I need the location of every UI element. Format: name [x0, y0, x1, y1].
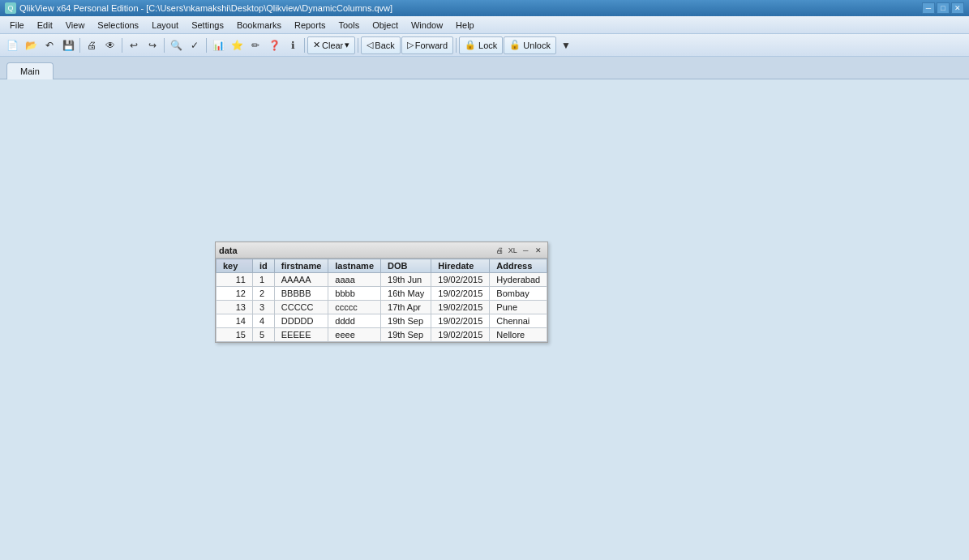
open-button[interactable]: 📂	[22, 36, 40, 54]
toolbar-group-undo: ↩ ↪	[125, 36, 161, 54]
menu-window[interactable]: Window	[405, 19, 449, 32]
clear-button[interactable]: ✕ Clear ▾	[307, 36, 355, 54]
table-cell-1-6: Bombay	[490, 287, 547, 301]
table-cell-2-6: Pune	[490, 301, 547, 314]
undo-button[interactable]: ↶	[41, 36, 58, 54]
app-icon: Q	[5, 2, 16, 14]
data-table: key id firstname lastname DOB Hiredate A…	[216, 259, 547, 342]
table-cell-0-1: 1	[253, 273, 275, 287]
edit-button[interactable]: ✏	[247, 36, 264, 54]
forward-button[interactable]: ▷ Forward	[401, 36, 453, 54]
menu-selections[interactable]: Selections	[91, 19, 145, 32]
help-button[interactable]: ❓	[265, 36, 283, 54]
back-icon: ◁	[367, 40, 373, 50]
clear-label: Clear	[322, 41, 343, 50]
table-row: 144DDDDDdddd19th Sep19/02/2015Chennai	[217, 314, 547, 328]
toolbar-group-chart: 📊 ⭐ ✏ ❓ ℹ	[209, 36, 302, 54]
toolbar-sep-4	[206, 38, 207, 53]
main-content: data 🖨 XL ─ ✕ key id firstname lastname …	[0, 79, 969, 560]
widget-close-button[interactable]: ✕	[533, 246, 544, 255]
new-button[interactable]: 📄	[3, 36, 21, 54]
star-button[interactable]: ⭐	[228, 36, 246, 54]
redo-step-button[interactable]: ↪	[144, 36, 161, 54]
table-cell-1-2: BBBBB	[274, 287, 328, 301]
table-cell-3-0: 14	[217, 314, 253, 328]
lock-button[interactable]: 🔒 Lock	[459, 36, 503, 54]
menu-help[interactable]: Help	[449, 19, 481, 32]
menu-edit[interactable]: Edit	[31, 19, 59, 32]
table-cell-4-5: 19/02/2015	[431, 328, 490, 342]
unlock-label: Unlock	[523, 41, 551, 50]
save-button[interactable]: 💾	[59, 36, 77, 54]
data-widget: data 🖨 XL ─ ✕ key id firstname lastname …	[215, 242, 548, 343]
table-cell-3-2: DDDDD	[274, 314, 328, 328]
menu-reports[interactable]: Reports	[288, 19, 332, 32]
widget-xl-button[interactable]: XL	[507, 246, 518, 255]
col-header-id: id	[253, 259, 275, 273]
menu-settings[interactable]: Settings	[185, 19, 230, 32]
table-cell-0-0: 11	[217, 273, 253, 287]
table-cell-0-3: aaaa	[328, 273, 381, 287]
col-header-key: key	[217, 259, 253, 273]
toolbar-sep-3	[164, 38, 165, 53]
check-button[interactable]: ✓	[186, 36, 204, 54]
toolbar-sep-2	[122, 38, 122, 53]
table-cell-2-3: ccccc	[328, 301, 381, 314]
print-button[interactable]: 🖨	[83, 36, 101, 54]
tab-bar: Main	[0, 57, 969, 79]
menu-layout[interactable]: Layout	[145, 19, 185, 32]
table-cell-4-2: EEEEE	[274, 328, 328, 342]
undo-step-button[interactable]: ↩	[125, 36, 143, 54]
col-header-firstname: firstname	[274, 259, 328, 273]
forward-label: Forward	[415, 41, 448, 50]
preview-button[interactable]: 👁	[101, 36, 119, 54]
menu-file[interactable]: File	[3, 19, 31, 32]
menu-object[interactable]: Object	[366, 19, 405, 32]
menu-view[interactable]: View	[59, 19, 92, 32]
close-button[interactable]: ✕	[951, 2, 964, 14]
table-cell-1-3: bbbb	[328, 287, 381, 301]
back-button[interactable]: ◁ Back	[361, 36, 400, 54]
tab-main[interactable]: Main	[6, 62, 54, 79]
col-header-address: Address	[490, 259, 547, 273]
table-cell-1-1: 2	[253, 287, 275, 301]
table-cell-0-2: AAAAA	[274, 273, 328, 287]
table-cell-2-5: 19/02/2015	[431, 301, 490, 314]
widget-print-button[interactable]: 🖨	[494, 246, 505, 255]
toolbar-sep-6	[358, 38, 358, 53]
chart-button[interactable]: 📊	[209, 36, 227, 54]
table-cell-2-0: 13	[217, 301, 253, 314]
table-row: 111AAAAAaaaa19th Jun19/02/2015Hyderabad	[217, 273, 547, 287]
table-cell-1-4: 16th May	[381, 287, 431, 301]
toolbar: 📄 📂 ↶ 💾 🖨 👁 ↩ ↪ 🔍 ✓ 📊 ⭐ ✏ ❓ ℹ ✕ Clear ▾ …	[0, 34, 969, 57]
toolbar-sep-7	[456, 38, 457, 53]
title-bar: Q QlikView x64 Personal Edition - [C:\Us…	[0, 0, 969, 16]
maximize-button[interactable]: □	[937, 2, 950, 14]
toolbar-sep-5	[304, 38, 305, 53]
table-cell-0-4: 19th Jun	[381, 273, 431, 287]
table-cell-4-4: 19th Sep	[381, 328, 431, 342]
menu-bookmarks[interactable]: Bookmarks	[230, 19, 288, 32]
menu-tools[interactable]: Tools	[332, 19, 366, 32]
clear-icon: ✕	[313, 40, 320, 50]
table-row: 122BBBBBbbbb16th May19/02/2015Bombay	[217, 287, 547, 301]
lock-label: Lock	[478, 41, 497, 50]
info-button[interactable]: ℹ	[284, 36, 302, 54]
widget-title: data	[219, 246, 238, 255]
table-cell-4-3: eeee	[328, 328, 381, 342]
widget-minimize-button[interactable]: ─	[520, 246, 531, 255]
search-button[interactable]: 🔍	[167, 36, 185, 54]
toolbar-group-print: 🖨 👁	[83, 36, 119, 54]
minimize-button[interactable]: ─	[922, 2, 935, 14]
toolbar-sep-1	[79, 38, 80, 53]
table-cell-2-1: 3	[253, 301, 275, 314]
widget-header: data 🖨 XL ─ ✕	[216, 242, 547, 259]
toolbar-group-file: 📄 📂 ↶ 💾	[3, 36, 77, 54]
table-cell-4-1: 5	[253, 328, 275, 342]
col-header-lastname: lastname	[328, 259, 381, 273]
table-cell-3-5: 19/02/2015	[431, 314, 490, 328]
table-cell-3-3: dddd	[328, 314, 381, 328]
unlock-button[interactable]: 🔓 Unlock	[504, 36, 556, 54]
widget-controls: 🖨 XL ─ ✕	[494, 246, 544, 255]
more-button[interactable]: ▼	[557, 36, 575, 54]
